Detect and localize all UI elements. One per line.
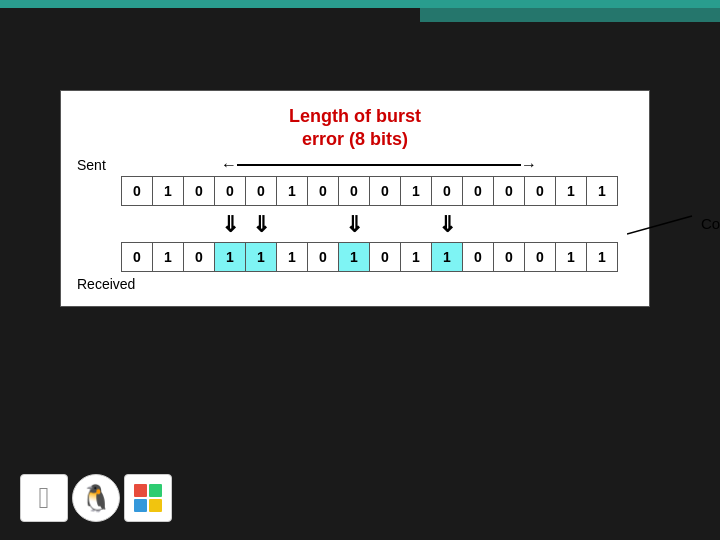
arrow-cell-2 bbox=[183, 210, 215, 240]
received-bit-10: 1 bbox=[431, 242, 463, 272]
arrow-cell-14 bbox=[555, 210, 587, 240]
sent-label: Sent bbox=[77, 157, 121, 173]
sent-bit-3: 0 bbox=[214, 176, 246, 206]
arrows-down-row: ⇓⇓⇓⇓ Corrupted bits bbox=[77, 210, 633, 240]
sent-bit-8: 0 bbox=[369, 176, 401, 206]
arrows-cells: ⇓⇓⇓⇓ bbox=[121, 210, 617, 240]
arrow-cell-10: ⇓ bbox=[431, 210, 463, 240]
received-bit-5: 1 bbox=[276, 242, 308, 272]
sent-bit-13: 0 bbox=[524, 176, 556, 206]
received-bit-4: 1 bbox=[245, 242, 277, 272]
sent-bit-6: 0 bbox=[307, 176, 339, 206]
arrow-cell-8 bbox=[369, 210, 401, 240]
penguin-logo: 🐧 bbox=[72, 474, 120, 522]
arrow-cell-9 bbox=[400, 210, 432, 240]
arrow-cell-5 bbox=[276, 210, 308, 240]
received-bit-12: 0 bbox=[493, 242, 525, 272]
received-bits-row: 0101110101100011 bbox=[77, 242, 633, 272]
sent-bits-row: 0100010001000011 bbox=[77, 176, 633, 206]
arrow-cell-4: ⇓ bbox=[245, 210, 277, 240]
arrow-left-head: ← bbox=[221, 156, 237, 174]
sent-annotation-row: Sent ← → bbox=[77, 156, 633, 174]
arrow-cell-11 bbox=[462, 210, 494, 240]
received-bit-0: 0 bbox=[121, 242, 153, 272]
sent-bit-1: 1 bbox=[152, 176, 184, 206]
arrow-right-head: → bbox=[521, 156, 537, 174]
received-bit-2: 0 bbox=[183, 242, 215, 272]
received-bit-8: 0 bbox=[369, 242, 401, 272]
corrupted-arrow-line bbox=[627, 212, 697, 236]
sent-bit-0: 0 bbox=[121, 176, 153, 206]
corrupted-bits-label: Corrupted bits bbox=[701, 215, 720, 232]
apple-logo:  bbox=[20, 474, 68, 522]
svg-line-0 bbox=[627, 216, 692, 234]
arrow-cell-3: ⇓ bbox=[214, 210, 246, 240]
sent-bit-7: 0 bbox=[338, 176, 370, 206]
sent-bit-4: 0 bbox=[245, 176, 277, 206]
arrow-cell-1 bbox=[152, 210, 184, 240]
received-bits: 0101110101100011 bbox=[121, 242, 617, 272]
received-bit-9: 1 bbox=[400, 242, 432, 272]
received-bit-13: 0 bbox=[524, 242, 556, 272]
title-line2: error (8 bits) bbox=[302, 129, 408, 149]
arrow-cell-0 bbox=[121, 210, 153, 240]
title-line1: Length of burst bbox=[289, 106, 421, 126]
arrow-cell-6 bbox=[307, 210, 339, 240]
received-bit-1: 1 bbox=[152, 242, 184, 272]
arrow-cell-7: ⇓ bbox=[338, 210, 370, 240]
received-bit-6: 0 bbox=[307, 242, 339, 272]
burst-error-title: Length of burst error (8 bits) bbox=[77, 105, 633, 152]
arrow-cell-15 bbox=[586, 210, 618, 240]
sent-bit-2: 0 bbox=[183, 176, 215, 206]
sent-bits: 0100010001000011 bbox=[121, 176, 617, 206]
logo-area:  🐧 bbox=[20, 474, 172, 522]
arrow-horizontal-line bbox=[237, 164, 521, 166]
arrow-cell-13 bbox=[524, 210, 556, 240]
received-bit-14: 1 bbox=[555, 242, 587, 272]
sent-bit-12: 0 bbox=[493, 176, 525, 206]
diagram-container: Length of burst error (8 bits) Sent ← → … bbox=[60, 90, 650, 307]
sent-bit-11: 0 bbox=[462, 176, 494, 206]
burst-arrow-line: ← → bbox=[221, 156, 537, 174]
windows-logo bbox=[124, 474, 172, 522]
sent-bit-9: 1 bbox=[400, 176, 432, 206]
received-bit-7: 1 bbox=[338, 242, 370, 272]
arrow-cell-12 bbox=[493, 210, 525, 240]
burst-arrow-annotation: ← → bbox=[121, 156, 633, 174]
sent-bit-10: 0 bbox=[431, 176, 463, 206]
sent-bit-5: 1 bbox=[276, 176, 308, 206]
received-label: Received bbox=[77, 276, 633, 292]
top-bar-right-accent bbox=[420, 0, 720, 22]
received-bit-3: 1 bbox=[214, 242, 246, 272]
sent-bit-15: 1 bbox=[586, 176, 618, 206]
received-bit-15: 1 bbox=[586, 242, 618, 272]
received-bit-11: 0 bbox=[462, 242, 494, 272]
sent-bit-14: 1 bbox=[555, 176, 587, 206]
